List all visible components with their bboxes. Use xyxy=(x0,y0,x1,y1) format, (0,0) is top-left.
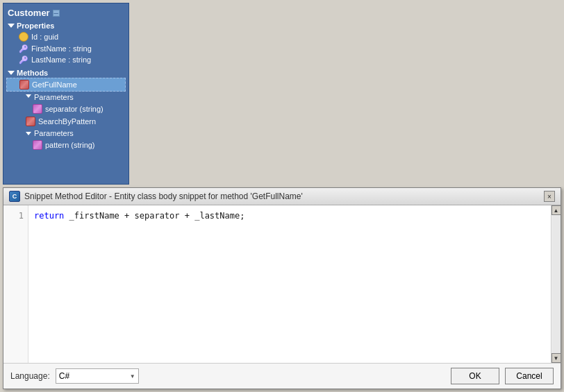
firstname-item[interactable]: FirstName : string xyxy=(6,43,126,54)
scroll-down-arrow[interactable]: ▼ xyxy=(551,353,561,363)
methods-section: Methods GetFullName Parameters separator… xyxy=(3,67,128,153)
dialog-titlebar: C Snippet Method Editor - Entity class b… xyxy=(3,188,561,205)
minimize-icon[interactable]: ─ xyxy=(53,10,60,17)
searchbypattern-params-triangle xyxy=(26,132,31,135)
methods-label: Methods xyxy=(17,69,48,77)
scroll-up-arrow[interactable]: ▲ xyxy=(551,205,561,215)
select-arrow-icon: ▼ xyxy=(130,373,135,380)
lastname-item[interactable]: LastName : string xyxy=(6,54,126,65)
searchbypattern-item[interactable]: SearchByPattern xyxy=(6,115,126,128)
id-item[interactable]: Id : guid xyxy=(6,31,126,43)
param-icon-pattern xyxy=(33,140,42,150)
scroll-track[interactable] xyxy=(552,215,561,353)
method-icon-searchbypattern xyxy=(26,117,35,126)
separator-item[interactable]: separator (string) xyxy=(6,103,126,115)
pattern-item[interactable]: pattern (string) xyxy=(6,139,126,151)
language-value: C# xyxy=(59,371,69,381)
dialog-title-icon: C xyxy=(9,191,20,202)
method-icon-getfullname xyxy=(19,80,29,90)
code-expression: _firstName + separator + _lastName; xyxy=(64,211,244,221)
properties-triangle xyxy=(8,24,15,28)
searchbypattern-params-label: Parameters xyxy=(34,129,74,137)
getfullname-params-triangle xyxy=(26,94,31,101)
keyword-return: return xyxy=(34,211,64,221)
properties-header[interactable]: Properties xyxy=(6,21,126,31)
dialog-close-button[interactable]: × xyxy=(544,191,555,202)
methods-triangle xyxy=(8,71,15,75)
key-icon-lastname xyxy=(19,56,28,64)
getfullname-item[interactable]: GetFullName xyxy=(6,78,126,92)
cancel-button[interactable]: Cancel xyxy=(505,368,554,384)
param-icon-separator xyxy=(33,104,42,114)
line-numbers: 1 xyxy=(3,205,28,363)
separator-text: separator (string) xyxy=(45,105,103,113)
id-text: Id : guid xyxy=(31,33,58,41)
methods-header[interactable]: Methods xyxy=(6,68,126,78)
ok-button[interactable]: OK xyxy=(451,368,499,384)
guid-icon xyxy=(19,32,28,42)
dialog-footer: Language: C# ▼ OK Cancel xyxy=(3,363,561,389)
code-line-1: return _firstName + separator + _lastNam… xyxy=(34,210,545,222)
firstname-text: FirstName : string xyxy=(31,44,92,53)
pattern-text: pattern (string) xyxy=(45,141,95,149)
properties-label: Properties xyxy=(17,22,54,30)
searchbypattern-params-header[interactable]: Parameters xyxy=(6,128,126,139)
tree-title-text: Customer xyxy=(8,8,50,18)
lastname-text: LastName : string xyxy=(31,56,91,64)
right-area xyxy=(132,3,561,185)
top-panel: Customer ─ Properties Id : guid FirstNam… xyxy=(0,0,564,187)
tree-panel: Customer ─ Properties Id : guid FirstNam… xyxy=(3,3,129,185)
line-number-1: 1 xyxy=(3,210,24,222)
snippet-dialog: C Snippet Method Editor - Entity class b… xyxy=(3,187,561,389)
language-select[interactable]: C# ▼ xyxy=(56,368,139,384)
searchbypattern-text: SearchByPattern xyxy=(38,117,96,126)
tree-title: Customer ─ xyxy=(3,6,128,19)
getfullname-params-header[interactable]: Parameters xyxy=(6,92,126,103)
language-label: Language: xyxy=(10,371,50,381)
key-icon-firstname xyxy=(19,44,28,53)
code-area[interactable]: return _firstName + separator + _lastNam… xyxy=(28,205,551,363)
getfullname-text: GetFullName xyxy=(32,80,77,89)
properties-section: Properties Id : guid FirstName : string … xyxy=(3,19,128,67)
vertical-scrollbar[interactable]: ▲ ▼ xyxy=(551,205,561,363)
dialog-title-text: Snippet Method Editor - Entity class bod… xyxy=(24,191,540,201)
getfullname-params-label: Parameters xyxy=(34,93,74,101)
dialog-body: 1 return _firstName + separator + _lastN… xyxy=(3,205,561,363)
